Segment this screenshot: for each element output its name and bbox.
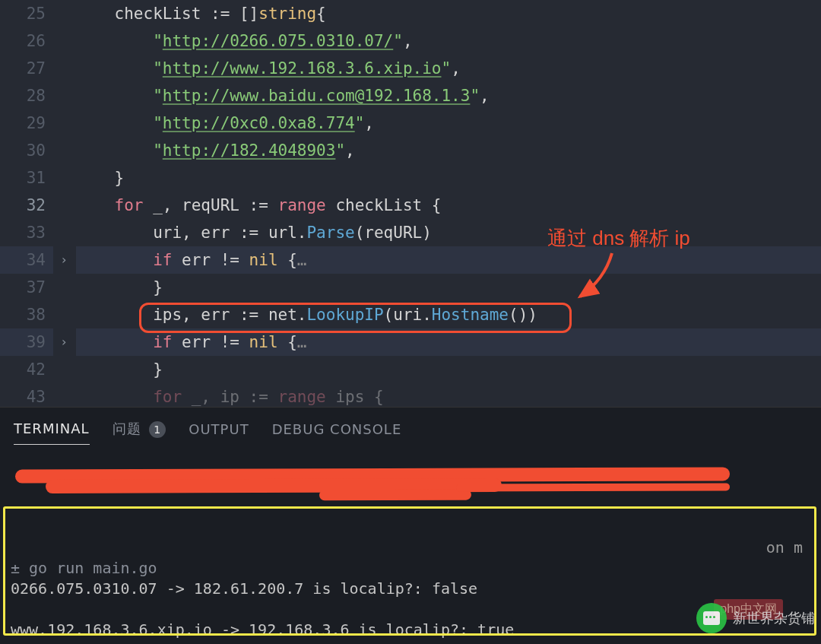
- line-number: 33: [0, 219, 53, 246]
- line-number-current: 32: [0, 192, 53, 219]
- line-number: 37: [0, 274, 53, 301]
- code-line[interactable]: "http://0xc0.0xa8.774",: [76, 109, 821, 137]
- code-line[interactable]: "http://www.192.168.3.6.xip.io",: [76, 55, 821, 82]
- code-line[interactable]: uri, err := url.Parse(reqURL): [76, 219, 821, 246]
- code-line[interactable]: "http://www.baidu.com@192.168.1.3",: [76, 82, 821, 109]
- line-number: 27: [0, 55, 53, 82]
- line-number: 26: [0, 27, 53, 55]
- line-number: 42: [0, 356, 53, 383]
- code-line[interactable]: for _, ip := range ips {: [76, 383, 821, 407]
- line-number: 31: [0, 164, 53, 192]
- code-line[interactable]: }: [76, 164, 821, 192]
- redaction-scribble: [319, 490, 471, 501]
- code-line[interactable]: "http://182.4048903",: [76, 137, 821, 164]
- code-line[interactable]: "http://0266.075.0310.07/",: [76, 27, 821, 55]
- terminal-output-line: www.192.168.3.6.xip.io -> 192.168.3.6 is…: [11, 620, 810, 640]
- tab-output[interactable]: OUTPUT: [189, 421, 249, 445]
- line-number: 34: [0, 246, 53, 274]
- bottom-panel: TERMINAL 问题 1 OUTPUT DEBUG CONSOLE on m …: [0, 407, 821, 644]
- code-line[interactable]: if err != nil {…: [76, 328, 821, 356]
- annotation-label: 通过 dns 解析 ip: [547, 225, 690, 252]
- code-line[interactable]: if err != nil {…: [76, 246, 821, 274]
- terminal-output-line: 0266.075.0310.07 -> 182.61.200.7 is loca…: [11, 579, 810, 599]
- wechat-watermark: 新世界杂货铺: [696, 603, 815, 633]
- code-content[interactable]: checkList := []string{ "http://0266.075.…: [76, 0, 821, 407]
- code-line[interactable]: }: [76, 356, 821, 383]
- code-editor[interactable]: 25 26 27 28 29 30 31 32 33 34 37 38 39 4…: [0, 0, 821, 407]
- line-number: 25: [0, 0, 53, 27]
- code-line[interactable]: for _, reqURL := range checkList {: [76, 192, 821, 219]
- line-number: 29: [0, 109, 53, 137]
- line-number: 38: [0, 301, 53, 328]
- line-number: 28: [0, 82, 53, 109]
- code-line[interactable]: ips, err := net.LookupIP(uri.Hostname()): [76, 301, 821, 328]
- terminal-text: on m: [766, 538, 803, 558]
- problems-count-badge: 1: [149, 421, 166, 438]
- code-line[interactable]: checkList := []string{: [76, 0, 821, 27]
- terminal-command: ± go run main.go: [11, 559, 157, 577]
- line-number: 39: [0, 328, 53, 356]
- tab-problems[interactable]: 问题 1: [113, 420, 166, 446]
- wechat-icon: [696, 603, 727, 633]
- tab-debug-console[interactable]: DEBUG CONSOLE: [272, 421, 402, 445]
- tab-terminal[interactable]: TERMINAL: [14, 420, 90, 445]
- panel-tabs: TERMINAL 问题 1 OUTPUT DEBUG CONSOLE: [0, 408, 821, 447]
- fold-chevron-icon[interactable]: ›: [56, 246, 71, 274]
- code-line[interactable]: }: [76, 274, 821, 301]
- line-number-gutter: 25 26 27 28 29 30 31 32 33 34 37 38 39 4…: [0, 0, 53, 407]
- line-number: 43: [0, 383, 53, 407]
- redaction-scribble: [456, 483, 730, 491]
- line-number: 30: [0, 137, 53, 164]
- fold-chevron-icon[interactable]: ›: [56, 328, 71, 356]
- watermark-text: 新世界杂货铺: [733, 609, 815, 627]
